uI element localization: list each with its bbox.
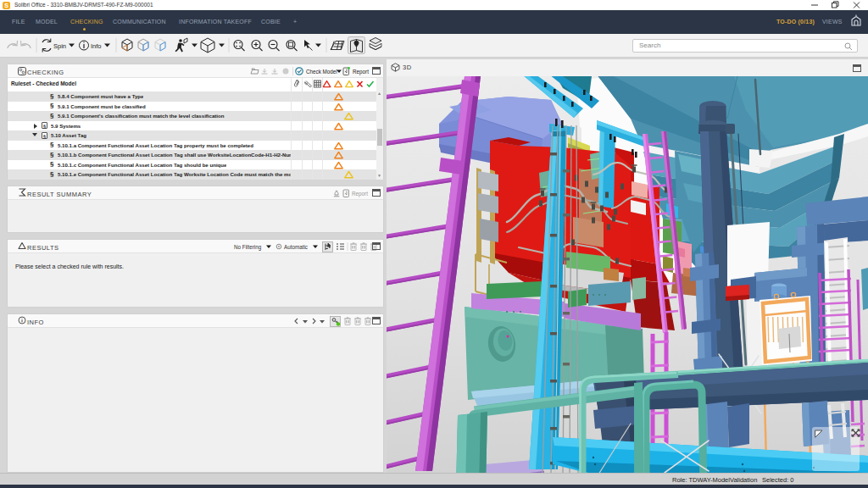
svg-text:Info: Info bbox=[91, 42, 102, 50]
svg-text:Automatic: Automatic bbox=[284, 244, 308, 250]
svg-text:Report: Report bbox=[352, 191, 368, 197]
svg-text:Check Model: Check Model bbox=[306, 69, 337, 75]
svg-text:No Filtering: No Filtering bbox=[234, 244, 262, 251]
svg-text:Report: Report bbox=[353, 69, 369, 75]
svg-text:Spin: Spin bbox=[53, 42, 66, 50]
